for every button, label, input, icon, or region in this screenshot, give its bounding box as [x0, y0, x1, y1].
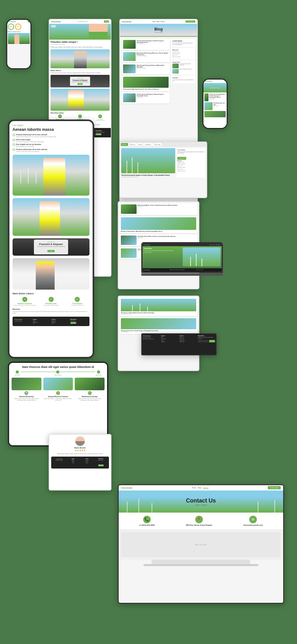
contact-nav-contact[interactable]: Contact [203, 487, 208, 489]
phone-left-label: Aenean lobortis massa [8, 31, 30, 32]
article-3-title: Solar Energy Financing Options: Making S… [137, 64, 169, 68]
nav-home[interactable]: Home [153, 21, 156, 22]
sidebar-body: Pellentesque habitant morbi tristique se… [172, 42, 194, 46]
nav-blog[interactable]: Blog [157, 21, 159, 22]
tab-installation[interactable]: Installation [144, 143, 153, 146]
contact-address-item: 📍 969 Pine Street Grand Rapids [186, 516, 212, 526]
contact-nav-blog[interactable]: Blog [198, 487, 201, 489]
checklist-footer: OrionSolar (+01) 89 52 42 84 Ipsum Morbi… [13, 317, 89, 326]
contact-email-text: Orionsolar@mail.com [243, 524, 263, 526]
article-nav-btn[interactable]: Blog [104, 20, 109, 23]
footer-subscribe-btn[interactable]: Subscribe [95, 133, 101, 135]
phone-left-image [8, 33, 30, 44]
footer-nl-desc: Pellentesque habitant morbi tristique se… [198, 337, 215, 339]
laptop-screen: OrionSolar Ipsum Lorem Newsletter OrionS… [143, 243, 222, 272]
tabs-row: All Items Efficiency Industry Installati… [120, 142, 207, 147]
ipad-feature-3-desc: Name ipsm must sit, monitoring urna nibh… [75, 398, 105, 401]
blog-content-area: The Environmental Impact of Solar Energy… [120, 37, 197, 106]
article-image-person [51, 49, 110, 68]
article-5-img [123, 93, 136, 102]
tabs-main-img [121, 148, 175, 173]
nav-contact[interactable]: Contact [160, 21, 165, 22]
contact-nav-links: Home Blog Contact [192, 487, 208, 489]
blog-list-meta-1: Lorem ipsum [138, 206, 177, 207]
phone-right-hero: Nam Dolor Libero [203, 83, 227, 92]
laptop-nav: OrionSolar Ipsum Lorem Newsletter [143, 243, 222, 246]
tabs-maecenas-list: Vestibulum ante Maecenas placerat Aenean… [177, 162, 204, 172]
promo-box: Lorem ipsum Praesent & Aliquam Lorem ips… [13, 238, 89, 256]
tab-efficiency[interactable]: Efficiency [128, 143, 136, 146]
contact-phone-item: 📞 +1-(314) 812-2600 [139, 516, 155, 526]
tabs-contact-btn[interactable]: Contact Us [177, 157, 186, 160]
blog-article-5: The Environmental Impact of Solar Energy… [122, 92, 170, 103]
footer-nl-title: Newsletter [198, 335, 215, 336]
ipad-icon-2: ⚡ [56, 391, 60, 395]
phone-right-content: The Environmental Impact of Solar Energy… [203, 92, 227, 118]
blog-list-title-2: Benefits of Going Solar: Why Switching t… [121, 230, 196, 232]
feature-icon-3: ✓ [75, 297, 80, 302]
phone-small-right: OrionSolar Nam Dolor Libero The Environm… [202, 79, 228, 129]
laptop-nav-lorem: Lorem [213, 244, 215, 246]
contact-phone-text: +1-(314) 812-2600 [139, 524, 155, 526]
blog-bottom-img-1 [121, 299, 196, 311]
sidebar-lorem: Lorem Ipsum Pellentesque habitant morbi … [171, 39, 195, 47]
article-promo-box: Lorem ipsum Praesent & Aliquam Lorem ips… [51, 75, 110, 87]
checklist-footer-col2: Lorem [52, 319, 69, 320]
progress-circle-2: 45% [15, 24, 21, 30]
author-footer-subscribe[interactable]: Subscribe [98, 464, 104, 466]
blog-list-img-4 [121, 248, 137, 258]
checklist-item-1: ✓ Proin ornare augue Proin ornare augue … [13, 139, 89, 143]
sidebar-phasellus-title: Phasellus [172, 77, 194, 79]
desktop-contact-device: OrionSolar Home Blog Contact Lorem Ipsum… [118, 484, 284, 604]
footer-email-input[interactable] [198, 340, 209, 342]
ipad-feature-2-img [43, 378, 73, 390]
feature-icon-1: ✓ [22, 297, 27, 302]
article-nav: OrionSolar +1 (141) 55 52 44 Blog [49, 19, 111, 24]
phone-small-left: OrionSolar ▶ 65% 45% Aenean lobortis mas… [6, 19, 31, 69]
suspendisse-text-1: Lorem ipsum dolor sit amet consectetur [179, 64, 194, 68]
article-nav-phone: +1 (141) 55 52 44 [78, 21, 88, 22]
article-5-title: The Environmental Impact of Solar Energy… [137, 93, 169, 97]
contact-email-icon: ✉ [249, 516, 257, 523]
timeline-label-2: March 2022 [55, 374, 61, 376]
monitor-base [143, 564, 259, 566]
checklist-footer-newsletter-desc: Pellentesque... [70, 320, 88, 322]
monitor-stand [152, 560, 250, 564]
contact-nav-home[interactable]: Home [192, 487, 196, 489]
blog-nav-links: Home Blog Contact [153, 21, 165, 22]
blog-bottom-2: Unlocking the Power of Solar Energy: A C… [120, 317, 197, 334]
phone-left-btn[interactable]: ▶ [28, 20, 30, 22]
article-worker-image [51, 89, 110, 111]
progress-circle-1: 65% [8, 24, 14, 30]
blog-bottom-img-2 [121, 318, 196, 329]
checklist-item-2: ✓ Duis fringilla elit non leo faucibus D… [13, 143, 89, 147]
checklist-footer-subscribe[interactable]: Subscribe [70, 322, 76, 324]
article-2-meta: Lorem ipsum • efficiency [137, 55, 169, 57]
laptop-nav-links: Ipsum Lorem Newsletter [209, 244, 220, 246]
footer-brand-addr: Morbi metus convallis arcu [143, 338, 160, 340]
tab-technology[interactable]: Technology [153, 143, 162, 146]
article-body: Pellentesque habitant morbi tristique se… [51, 46, 110, 48]
checklist-item-3: ✓ Vivamus ullamcorper elit at enim vehic… [13, 148, 89, 153]
tab-all[interactable]: All Items [121, 143, 128, 146]
footer-subscribe-btn[interactable]: Subscribe [209, 340, 215, 342]
article-section-body: Lorem ipsum dolor sit amet, consectetur … [51, 72, 110, 74]
footer-ipsum-links: MorbiElementumProinNisl Blog [161, 337, 179, 343]
check-icon-0: ✓ [13, 134, 15, 136]
sidebar-maecenas: Maecenas Vestibulum anteMaecenas placera… [171, 48, 195, 59]
author-footer: OrionSolar (+01) 89 52 42 84 Ipsum Morbi… [51, 457, 109, 469]
blog-nav: OrionSolar Home Blog Contact Lorem Ipsum [120, 19, 197, 24]
timeline-label-1: Jan 2022 [15, 374, 20, 376]
contact-info-row: 📞 +1-(314) 812-2600 📍 969 Pine Street Gr… [119, 513, 283, 530]
ipad-features: 📡 Remote Monitoring Remote ipsm must sit… [12, 378, 105, 401]
footer-laptop-device: OrionSolar (+01) 89 52 42 84 Morbi metus… [141, 333, 217, 355]
contact-nav-btn[interactable]: Lorem Ipsum [268, 486, 281, 489]
laptop-hero-body: Lorem ipsum dolor sit amet consectetur a… [144, 250, 181, 251]
promo-contact-btn[interactable]: Contact [47, 250, 55, 252]
article-hero: Blog [49, 24, 111, 40]
blog-nav-btn[interactable]: Lorem Ipsum [186, 20, 195, 23]
sidebar-suspendisse-title: Suspendisse [172, 61, 194, 63]
ipad-feature-2: ⚡ Energy Efficiency Features Name ipsm m… [43, 378, 73, 401]
article-4-title: Choosing the Right Solar Panels for Your… [123, 88, 169, 90]
tab-industry[interactable]: Industry [137, 143, 143, 146]
